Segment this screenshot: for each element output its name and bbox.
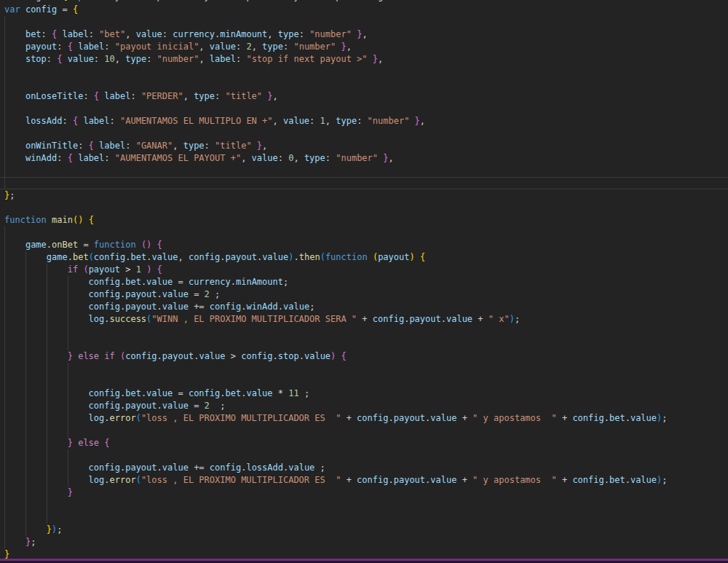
- code-token: >: [120, 264, 136, 275]
- code-line[interactable]: [0, 16, 728, 28]
- code-token: [136, 240, 141, 250]
- indent-guide-line: [68, 462, 68, 474]
- code-token: "stop if next payout >": [246, 54, 367, 64]
- code-line[interactable]: [0, 499, 728, 511]
- code-line[interactable]: [0, 363, 728, 375]
- code-line[interactable]: [0, 202, 728, 214]
- code-line[interactable]: function main() {: [0, 214, 728, 227]
- code-token: config: [357, 475, 388, 485]
- code-token: [368, 54, 373, 64]
- code-token: }: [373, 54, 378, 64]
- code-line[interactable]: });: [0, 524, 728, 536]
- code-line[interactable]: config.payout.value = 2 ;: [0, 400, 728, 412]
- code-line[interactable]: [0, 103, 728, 115]
- code-line-current[interactable]: [0, 177, 728, 189]
- code-token: [409, 116, 414, 126]
- code-line[interactable]: winAdd: { label: "AUMENTAMOS EL PAYOUT +…: [0, 152, 728, 165]
- code-token: bet: [125, 277, 141, 287]
- indent-guide-line: [25, 437, 26, 449]
- code-line[interactable]: config.bet.value = config.bet.value * 11…: [0, 387, 728, 400]
- code-line[interactable]: onWinTitle: { label: "GANAR", type: "tit…: [0, 140, 728, 152]
- code-token: value: [283, 302, 309, 312]
- code-token: value: [151, 252, 178, 262]
- code-line[interactable]: [0, 66, 728, 78]
- code-line[interactable]: config.bet.value = currency.minAmount;: [0, 276, 728, 288]
- indent-guide-line: [47, 499, 47, 511]
- code-line[interactable]: [0, 425, 728, 437]
- code-line[interactable]: log.error("loss , EL PROXIMO MULTIPLICAD…: [0, 412, 728, 425]
- code-line[interactable]: var config = {: [0, 4, 728, 16]
- code-token: value: [162, 462, 189, 473]
- code-token: var: [4, 4, 20, 15]
- code-line[interactable]: config.payout.value = 2 ;: [0, 288, 728, 301]
- code-token: type: [194, 91, 215, 101]
- code-token: :: [125, 141, 135, 151]
- indent-guide-line: [4, 239, 5, 251]
- indent-guide-line: [4, 499, 5, 511]
- code-line[interactable]: [0, 449, 728, 462]
- code-token: .: [604, 475, 609, 485]
- code-token: "number": [309, 29, 352, 39]
- code-token: success: [110, 314, 147, 324]
- code-token: :: [236, 54, 246, 64]
- code-line[interactable]: onLoseTitle: { label: "PERDER", type: "t…: [0, 90, 728, 103]
- code-line[interactable]: [0, 326, 728, 338]
- code-line[interactable]: stop: { value: 10, type: "number", label…: [0, 53, 728, 66]
- indent-guide-line: [47, 437, 47, 449]
- code-token: value: [162, 289, 189, 299]
- code-token: :: [357, 116, 367, 126]
- code-line[interactable]: } else {: [0, 437, 728, 449]
- code-line[interactable]: [0, 511, 728, 524]
- indent-guide-line: [25, 264, 26, 276]
- code-token: "payout inicial": [115, 42, 199, 52]
- code-line[interactable]: }: [0, 487, 728, 499]
- code-line[interactable]: lossAdd: { label: "AUMENTAMOS EL MULTIPL…: [0, 115, 728, 127]
- code-line[interactable]: [0, 338, 728, 350]
- code-token: payout: [394, 475, 425, 485]
- code-line[interactable]: config.payout.value += config.winAdd.val…: [0, 301, 728, 313]
- indent-guide-line: [47, 449, 47, 462]
- code-token: .: [231, 277, 236, 287]
- code-token: "PERDER": [141, 91, 183, 101]
- code-token: ;: [210, 401, 226, 411]
- code-line[interactable]: game.bet(config.bet.value, config.payout…: [0, 251, 728, 264]
- code-line[interactable]: [0, 165, 728, 177]
- code-line[interactable]: [0, 127, 728, 140]
- indent-guide-line: [4, 338, 5, 350]
- code-token: .: [625, 413, 630, 423]
- code-token: :: [309, 116, 320, 126]
- code-line[interactable]: } else if (config.payout.value > config.…: [0, 350, 728, 363]
- code-token: currency: [189, 277, 231, 287]
- code-token: payout: [125, 401, 157, 411]
- code-line[interactable]: log.error("loss , EL PROXIMO MULTIPLICAD…: [0, 474, 728, 487]
- code-token: .: [441, 314, 446, 324]
- code-line[interactable]: bet: { label: "bet", value: currency.min…: [0, 28, 728, 41]
- code-line[interactable]: config.payout.value += config.lossAdd.va…: [0, 462, 728, 474]
- code-line[interactable]: game.onBet = function () {: [0, 239, 728, 251]
- code-line[interactable]: [0, 78, 728, 90]
- code-token: {: [89, 215, 94, 225]
- code-token: ,: [325, 116, 336, 126]
- code-line[interactable]: };: [0, 536, 728, 548]
- code-token: :: [299, 29, 309, 39]
- code-editor[interactable]: g { p y p y p y p g var config = { bet: …: [0, 0, 728, 563]
- code-line[interactable]: [0, 375, 728, 387]
- code-line[interactable]: [0, 227, 728, 239]
- code-line[interactable]: payout: { label: "payout inicial", value…: [0, 41, 728, 53]
- code-token: =: [189, 289, 205, 299]
- indent-guide-line: [47, 363, 47, 375]
- code-line[interactable]: if (payout > 1 ) {: [0, 264, 728, 276]
- code-token: else: [78, 351, 99, 361]
- code-token: *: [273, 388, 289, 398]
- code-token: then: [299, 252, 320, 262]
- code-line[interactable]: };: [0, 189, 728, 202]
- code-line[interactable]: log.success("WINN , EL PROXIMO MULTIPLIC…: [0, 313, 728, 326]
- code-token: .: [273, 351, 278, 361]
- code-token: +: [557, 413, 573, 423]
- code-token: error: [110, 475, 136, 485]
- code-token: minAmount: [220, 29, 267, 39]
- code-token: value: [430, 413, 456, 423]
- code-token: +: [472, 314, 488, 324]
- code-token: [94, 141, 99, 151]
- code-token: "title": [215, 141, 252, 151]
